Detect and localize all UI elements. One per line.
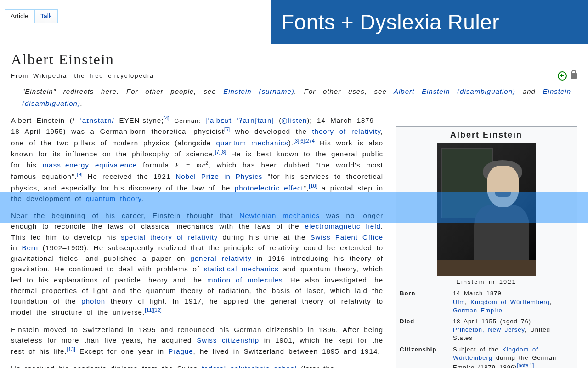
banner-title: Fonts + Dyslexia Ruler [281,10,499,34]
infobox-row-born: Born 14 March 1879 Ulm, Kingdom of Württ… [396,288,577,316]
link-em-field[interactable]: electromagnetic field [305,222,381,230]
extension-banner: Fonts + Dyslexia Ruler [271,0,588,44]
link-swiss-patent[interactable]: Swiss Patent Office [310,233,383,241]
paragraph-4: He received his academic diploma from th… [11,363,383,368]
link-german-ipa[interactable]: [ˈalbɛʁt ˈʔaɪnʃtaɪn] [205,116,274,124]
paragraph-1: Albert Einstein (/ ˈaɪnstaɪn/ EYEN-styne… [11,115,383,204]
add-icon[interactable] [558,71,567,80]
link-einstein-disambig[interactable]: Albert Einstein (disambiguation) [394,87,515,95]
link-quantum-theory[interactable]: quantum theory [86,195,141,202]
paragraph-3: Einstein moved to Switzerland in 1895 an… [11,324,383,357]
link-listen[interactable]: listen [288,116,307,124]
link-poly[interactable]: federal polytechnic school [202,364,297,368]
infobox-image[interactable] [437,143,536,276]
page-title: Albert Einstein [11,51,577,70]
link-bern[interactable]: Bern [22,244,38,252]
link-wurttemberg[interactable]: Kingdom of Württemberg [470,299,550,305]
link-ulm[interactable]: Ulm [453,299,465,305]
link-quantum-mech[interactable]: quantum mechanics [216,139,288,147]
tab-talk[interactable]: Talk [34,9,58,23]
audio-icon[interactable] [282,118,287,124]
link-einstein-surname[interactable]: Einstein (surname) [223,87,294,95]
article-tabs: Article Talk [5,9,58,23]
link-motion-mol[interactable]: motion of molecules [207,276,283,284]
infobox-row-died: Died 18 April 1955 (aged 76) Princeton, … [396,316,577,344]
infobox: Albert Einstein Einstein in 1921 Born 14… [396,126,577,368]
formula-emc2: E = mc [175,161,205,169]
link-relativity[interactable]: theory of relativity [312,127,380,135]
hatnote: "Einstein" redirects here. For other peo… [11,86,571,109]
link-special-rel[interactable]: special theory of relativity [121,233,218,241]
link-princeton[interactable]: Princeton, New Jersey [453,326,525,333]
link-german-empire[interactable]: German Empire [453,307,503,314]
link-general-rel[interactable]: general relativity [190,254,251,262]
link-photon[interactable]: photon [81,297,105,305]
link-stat-mech[interactable]: statistical mechanics [204,265,279,273]
link-nobel[interactable]: Nobel Prize in Physics [175,172,262,180]
link-ipa[interactable]: ˈaɪnstaɪn/ [80,116,114,124]
site-subtitle: From Wikipedia, the free encyclopedia [11,72,577,79]
infobox-row-citizenship: Citizenship Subject of the Kingdom of Wü… [396,344,577,368]
link-swiss-citizen[interactable]: Swiss citizenship [197,336,259,344]
link-newtonian[interactable]: Newtonian mechanics [239,212,320,219]
tab-article[interactable]: Article [5,9,34,23]
infobox-caption: Einstein in 1921 [396,277,577,288]
infobox-title: Albert Einstein [396,126,577,143]
lock-icon [571,73,577,79]
link-mass-energy[interactable]: mass–energy equivalence [43,161,137,169]
link-photoelectric[interactable]: photoelectric effect [235,184,304,192]
link-prague[interactable]: Prague [168,347,193,355]
article-content: Albert Einstein From Wikipedia, the free… [0,23,588,368]
paragraph-2: Near the beginning of his career, Einste… [11,210,383,318]
